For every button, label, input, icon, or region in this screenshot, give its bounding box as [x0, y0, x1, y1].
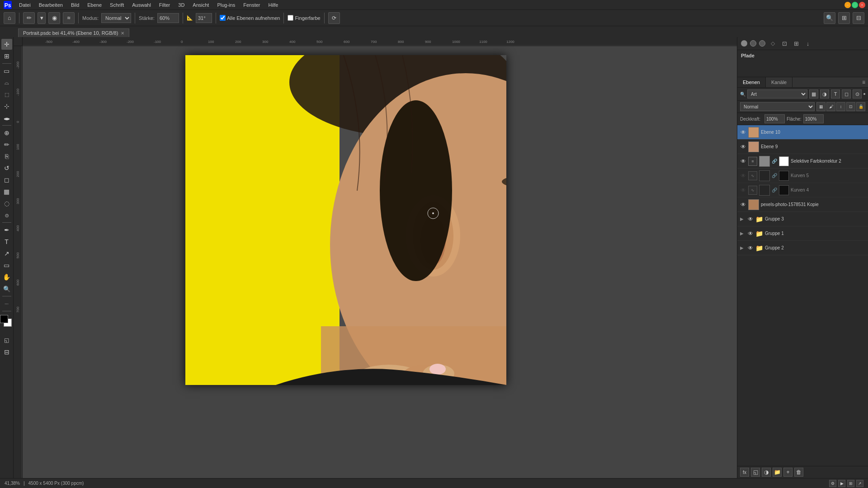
gruppe1-expand[interactable]: ▶ — [740, 231, 745, 236]
document-tab[interactable]: Portrait.psdc bei 41,4% (Ebene 10, RGB/8… — [18, 28, 129, 37]
workspace-button[interactable]: ⊟ — [853, 12, 864, 24]
app-icon[interactable]: Ps — [3, 0, 13, 10]
canvas-viewport[interactable] — [23, 46, 737, 478]
menu-item-datei[interactable]: Datei — [15, 1, 34, 9]
smudge-tool-icon[interactable]: ≋ — [63, 12, 75, 24]
finger-label[interactable]: Fingerfarbe — [288, 15, 320, 21]
layer-visibility-gruppe2[interactable]: 👁 — [747, 245, 754, 251]
panel-icon-6[interactable]: ⊞ — [792, 39, 801, 48]
menu-item-bearbeiten[interactable]: Bearbeiten — [35, 1, 66, 9]
lock-artboard[interactable]: ⊡ — [846, 102, 855, 111]
mode-select[interactable]: Normal — [101, 13, 131, 23]
layer-item-gruppe1[interactable]: ▶ 👁 📁 Gruppe 1 — [737, 226, 868, 241]
path-select-tool[interactable]: ↗ — [1, 248, 12, 259]
move-tool[interactable]: ✛ — [1, 39, 12, 50]
add-layer-btn[interactable]: + — [783, 468, 793, 477]
brush-tool[interactable]: ✏ — [1, 139, 12, 150]
layer-visibility-gruppe3[interactable]: 👁 — [747, 216, 754, 222]
status-gpu-btn[interactable]: ⚙ — [829, 480, 836, 487]
close-button[interactable]: × — [859, 2, 865, 8]
menu-item-plugins[interactable]: Plug-ins — [213, 1, 239, 9]
eyedropper-tool[interactable]: 🕳 — [1, 113, 12, 123]
eraser-tool[interactable]: ◻ — [1, 174, 12, 185]
zoom-tool[interactable]: 🔍 — [1, 283, 12, 294]
layer-visibility-selective[interactable]: 👁 — [740, 158, 746, 164]
layer-kind-type[interactable]: T — [831, 89, 840, 99]
menu-item-ansicht[interactable]: Ansicht — [189, 1, 212, 9]
angle-input[interactable] — [196, 13, 212, 23]
extra-tools[interactable]: ··· — [1, 298, 12, 309]
layer-kind-pixel[interactable]: ▦ — [809, 89, 818, 99]
blur-tool[interactable]: ◌ — [1, 198, 12, 209]
doc-tab-close[interactable]: ✕ — [121, 31, 124, 36]
gruppe3-expand[interactable]: ▶ — [740, 216, 745, 221]
menu-item-fenster[interactable]: Fenster — [240, 1, 264, 9]
tool-options-icon[interactable]: ▾ — [38, 12, 46, 24]
brush-tool-icon[interactable]: ✏ — [23, 12, 35, 24]
delete-layer-btn[interactable]: 🗑 — [794, 468, 803, 477]
panel-icon-7[interactable]: ↓ — [803, 39, 812, 48]
menu-item-schrift[interactable]: Schrift — [106, 1, 127, 9]
pen-tool[interactable]: ✒ — [1, 225, 12, 235]
add-adjustment-btn[interactable]: ◑ — [762, 468, 771, 477]
add-mask-btn[interactable]: ◱ — [751, 468, 760, 477]
strength-input[interactable] — [157, 13, 179, 23]
screen-mode[interactable]: ⊟ — [1, 347, 12, 357]
layer-item-pexels-copy[interactable]: 👁 pexels-photo-1578531 Kopie — [737, 197, 868, 212]
menu-item-3d[interactable]: 3D — [175, 1, 188, 9]
status-arrange-btn[interactable]: ⊞ — [847, 480, 854, 487]
lasso-tool[interactable]: ⌓ — [1, 77, 12, 88]
layer-item-curves-5[interactable]: 👁 ∿ 🔗 Kurven 5 — [737, 169, 868, 183]
crop-tool[interactable]: ⊹ — [1, 101, 12, 112]
lock-transparent[interactable]: ▦ — [816, 102, 826, 111]
panel-icon-1[interactable] — [741, 40, 747, 47]
brush-preset-icon[interactable]: ◉ — [48, 12, 60, 24]
object-select-tool[interactable]: ⬚ — [1, 89, 12, 100]
layer-item-gruppe2[interactable]: ▶ 👁 📁 Gruppe 2 — [737, 241, 868, 255]
layer-item-curves-4[interactable]: 👁 ∿ 🔗 Kurven 4 — [737, 183, 868, 197]
panel-icon-2[interactable] — [750, 40, 756, 47]
add-style-btn[interactable]: fx — [740, 468, 749, 477]
layer-item-selective-color[interactable]: 👁 ≡ 🔗 Selektive Farbkorrektur 2 — [737, 154, 868, 169]
layer-kind-adjust[interactable]: ◑ — [820, 89, 829, 99]
layer-visibility-pexels[interactable]: 👁 — [740, 202, 746, 208]
menu-item-bild[interactable]: Bild — [67, 1, 83, 9]
panel-icon-5[interactable]: ⊡ — [780, 39, 789, 48]
layer-visibility-curves5[interactable]: 👁 — [740, 173, 746, 179]
tab-channels[interactable]: Kanäle — [766, 77, 793, 87]
foreground-color[interactable] — [0, 315, 8, 323]
artboard-tool[interactable]: ⊞ — [1, 51, 12, 61]
panel-menu-btn[interactable]: ≡ — [862, 79, 865, 85]
minimize-button[interactable]: − — [844, 2, 851, 8]
tab-layers[interactable]: Ebenen — [737, 77, 766, 87]
layer-visibility-ebene-10[interactable]: 👁 — [740, 129, 746, 136]
lock-position[interactable]: ↕ — [836, 102, 845, 111]
stamp-tool[interactable]: ⎘ — [1, 151, 12, 162]
menu-item-hilfe[interactable]: Hilfe — [264, 1, 282, 9]
lock-all[interactable]: 🔒 — [856, 102, 865, 111]
pressure-icon[interactable]: ⟳ — [328, 12, 340, 24]
layer-visibility-curves4[interactable]: 👁 — [740, 187, 746, 193]
shape-tool[interactable]: ▭ — [1, 260, 12, 271]
sample-all-checkbox[interactable] — [220, 15, 226, 21]
type-tool[interactable]: T — [1, 236, 12, 247]
layer-kind-shape[interactable]: ◻ — [842, 89, 851, 99]
layer-item-ebene-10[interactable]: 👁 Ebene 10 — [737, 125, 868, 140]
menu-item-filter[interactable]: Filter — [156, 1, 174, 9]
arrange-button[interactable]: ⊞ — [838, 12, 850, 24]
layer-kind-smart[interactable]: ⊙ — [853, 89, 862, 99]
home-icon[interactable]: ⌂ — [4, 12, 15, 24]
fill-input[interactable] — [803, 114, 824, 123]
maximize-button[interactable]: □ — [852, 2, 858, 8]
layer-item-ebene-9[interactable]: 👁 Ebene 9 — [737, 140, 868, 154]
gradient-tool[interactable]: ▦ — [1, 186, 12, 197]
opacity-input[interactable] — [764, 114, 785, 123]
panel-icon-4[interactable]: ◇ — [768, 39, 777, 48]
status-timeline-btn[interactable]: ▶ — [838, 480, 845, 487]
panel-icon-3[interactable] — [759, 40, 765, 47]
healing-brush-tool[interactable]: ⊕ — [1, 127, 12, 138]
history-brush-tool[interactable]: ↺ — [1, 163, 12, 174]
status-expand-btn[interactable]: ↗ — [856, 480, 863, 487]
kind-select[interactable]: Art — [747, 89, 807, 99]
menu-item-auswahl[interactable]: Auswahl — [128, 1, 155, 9]
